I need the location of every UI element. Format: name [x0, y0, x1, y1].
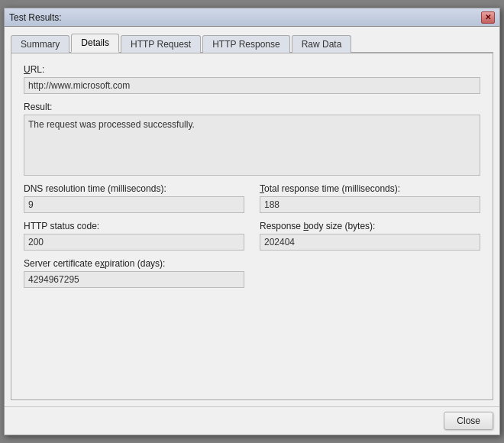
result-value: The request was processed successfully. — [24, 115, 480, 176]
url-label: URL: — [24, 64, 480, 75]
url-value: http://www.microsoft.com — [24, 77, 480, 94]
response-body-field-group: Response body size (bytes): 202404 — [260, 221, 480, 251]
close-button[interactable]: Close — [444, 412, 493, 430]
result-field-group: Result: The request was processed succes… — [24, 102, 480, 176]
total-response-field-group: Total response time (milliseconds): 188 — [260, 183, 480, 213]
tab-details[interactable]: Details — [71, 34, 119, 53]
total-response-label: Total response time (milliseconds): — [260, 183, 480, 194]
http-status-value: 200 — [24, 234, 244, 251]
title-bar: Test Results: ✕ — [5, 8, 499, 27]
url-field-group: URL: http://www.microsoft.com — [24, 64, 480, 94]
total-response-value: 188 — [260, 196, 480, 213]
http-status-field-group: HTTP status code: 200 — [24, 221, 244, 251]
http-status-label: HTTP status code: — [24, 221, 244, 231]
response-body-value: 202404 — [260, 234, 480, 251]
window-title: Test Results: — [9, 12, 62, 23]
window-close-button[interactable]: ✕ — [481, 11, 495, 24]
cert-label: Server certificate expiration (days): — [24, 258, 244, 269]
window-content: Summary Details HTTP Request HTTP Respon… — [5, 27, 499, 406]
dns-label: DNS resolution time (milliseconds): — [24, 183, 244, 194]
tab-http-response[interactable]: HTTP Response — [202, 35, 289, 53]
dns-field-group: DNS resolution time (milliseconds): 9 — [24, 183, 244, 213]
cert-field-group: Server certificate expiration (days): 42… — [24, 258, 244, 288]
metrics-grid: DNS resolution time (milliseconds): 9 To… — [24, 183, 480, 288]
dns-value: 9 — [24, 196, 244, 213]
main-window: Test Results: ✕ Summary Details HTTP Req… — [4, 8, 500, 435]
response-body-label: Response body size (bytes): — [260, 221, 480, 231]
tab-http-request[interactable]: HTTP Request — [121, 35, 201, 53]
cert-value: 4294967295 — [24, 271, 244, 288]
tab-summary[interactable]: Summary — [11, 35, 69, 53]
tab-content-details: URL: http://www.microsoft.com Result: Th… — [11, 53, 493, 400]
footer: Close — [5, 406, 499, 435]
result-label: Result: — [24, 102, 480, 112]
tab-raw-data[interactable]: Raw Data — [292, 35, 352, 53]
tab-bar: Summary Details HTTP Request HTTP Respon… — [11, 33, 493, 53]
